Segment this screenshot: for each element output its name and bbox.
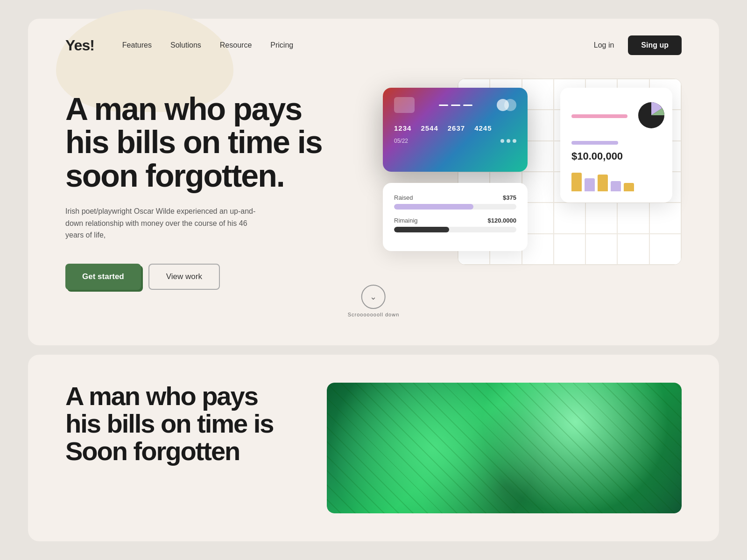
card-bottom: 05/22 xyxy=(394,138,516,144)
remaining-bar-fill xyxy=(394,227,449,232)
scroll-text: Scroooooooll down xyxy=(348,312,400,317)
card-number: 1234 2544 2637 4245 xyxy=(394,124,516,132)
hero-content: A man who pays his bills on time is soon… xyxy=(28,64,719,318)
card-expiry: 05/22 xyxy=(394,138,408,144)
card-dashes xyxy=(439,105,472,106)
second-title-line3: Soon forgotten xyxy=(65,436,240,466)
bar-item-3 xyxy=(598,175,608,191)
second-title-line2: his bills on time is xyxy=(65,409,273,438)
remaining-row: Rimainig $120.0000 xyxy=(394,217,516,232)
bar-item-2 xyxy=(585,178,595,191)
raised-amount: $375 xyxy=(503,194,516,201)
card-mastercard-logo xyxy=(497,99,516,111)
card-dots xyxy=(500,139,516,143)
remaining-label-row: Rimainig $120.0000 xyxy=(394,217,516,224)
card-chip xyxy=(394,97,415,113)
green-image xyxy=(327,383,682,513)
chevron-down-icon: ⌄ xyxy=(370,292,377,302)
hero-buttons: Get started View work xyxy=(65,264,336,290)
card-number-1: 1234 xyxy=(394,124,411,132)
nav-right: Log in Sing up xyxy=(594,35,682,55)
raised-label-row: Raised $375 xyxy=(394,194,516,201)
purple-bar xyxy=(571,141,618,145)
grid-cell xyxy=(554,203,585,233)
second-image-wrapper xyxy=(327,383,682,513)
navbar: Yes! Features Solutions Resource Pricing… xyxy=(28,19,719,64)
nav-resource[interactable]: Resource xyxy=(220,41,252,49)
card-number-3: 2637 xyxy=(448,124,465,132)
nav-pricing[interactable]: Pricing xyxy=(270,41,293,49)
card-dot xyxy=(513,139,516,143)
credit-card: 1234 2544 2637 4245 05/22 xyxy=(383,88,528,172)
remaining-label: Rimainig xyxy=(394,217,418,224)
stats-card: $10.00,000 xyxy=(560,88,672,203)
remaining-bar-track xyxy=(394,227,516,232)
pink-bar xyxy=(571,114,627,118)
second-section: A man who pays his bills on time is Soon… xyxy=(28,355,719,541)
grid-cell xyxy=(585,203,617,233)
card-dot xyxy=(507,139,510,143)
donut-chart-wrapper xyxy=(635,99,668,133)
grid-cell xyxy=(585,234,617,265)
card-number-4: 4245 xyxy=(474,124,492,132)
raised-row: Raised $375 xyxy=(394,194,516,210)
hero-subtitle: Irish poet/playwright Oscar Wilde experi… xyxy=(65,205,261,241)
stats-amount: $10.00,000 xyxy=(571,150,661,162)
nav-solutions[interactable]: Solutions xyxy=(170,41,201,49)
card-dot xyxy=(500,139,504,143)
remaining-amount: $120.0000 xyxy=(488,217,516,224)
get-started-button[interactable]: Get started xyxy=(65,264,141,290)
raised-bar-fill xyxy=(394,204,473,210)
page-wrapper: Yes! Features Solutions Resource Pricing… xyxy=(0,0,747,560)
scroll-indicator[interactable]: ⌄ Scroooooooll down xyxy=(348,285,400,317)
hero-title: A man who pays his bills on time is soon… xyxy=(65,92,336,192)
card-dash xyxy=(451,105,460,106)
card-dash xyxy=(463,105,472,106)
logo[interactable]: Yes! xyxy=(65,37,94,54)
second-title: A man who pays his bills on time is Soon… xyxy=(65,383,299,465)
grid-cell xyxy=(617,234,649,265)
second-left: A man who pays his bills on time is Soon… xyxy=(65,383,299,465)
nav-links: Features Solutions Resource Pricing xyxy=(122,41,594,49)
login-button[interactable]: Log in xyxy=(594,41,614,49)
grid-cell xyxy=(649,203,681,233)
mini-bar-chart xyxy=(571,168,661,191)
raised-label: Raised xyxy=(394,194,413,201)
signup-button[interactable]: Sing up xyxy=(628,35,682,55)
bar-item-4 xyxy=(611,181,621,191)
card-top xyxy=(394,97,516,113)
second-title-line1: A man who pays xyxy=(65,381,258,411)
bar-item-1 xyxy=(571,173,582,191)
grid-cell xyxy=(649,234,681,265)
card-dash xyxy=(439,105,448,106)
view-work-button[interactable]: View work xyxy=(148,264,220,290)
donut-chart xyxy=(635,99,668,132)
hero-section: Yes! Features Solutions Resource Pricing… xyxy=(28,19,719,345)
budget-card: Raised $375 Rimainig $120.0000 xyxy=(383,183,528,251)
nav-features[interactable]: Features xyxy=(122,41,152,49)
hero-left: A man who pays his bills on time is soon… xyxy=(65,83,336,290)
stats-bars xyxy=(571,114,627,118)
stats-chart-row xyxy=(571,99,661,133)
hero-right: 1234 2544 2637 4245 05/22 xyxy=(364,74,682,270)
grid-cell xyxy=(617,203,649,233)
mc-circle-right xyxy=(504,99,516,111)
bar-item-5 xyxy=(624,183,634,191)
card-number-2: 2544 xyxy=(421,124,438,132)
grid-cell xyxy=(554,234,585,265)
raised-bar-track xyxy=(394,204,516,210)
scroll-circle[interactable]: ⌄ xyxy=(361,285,386,309)
